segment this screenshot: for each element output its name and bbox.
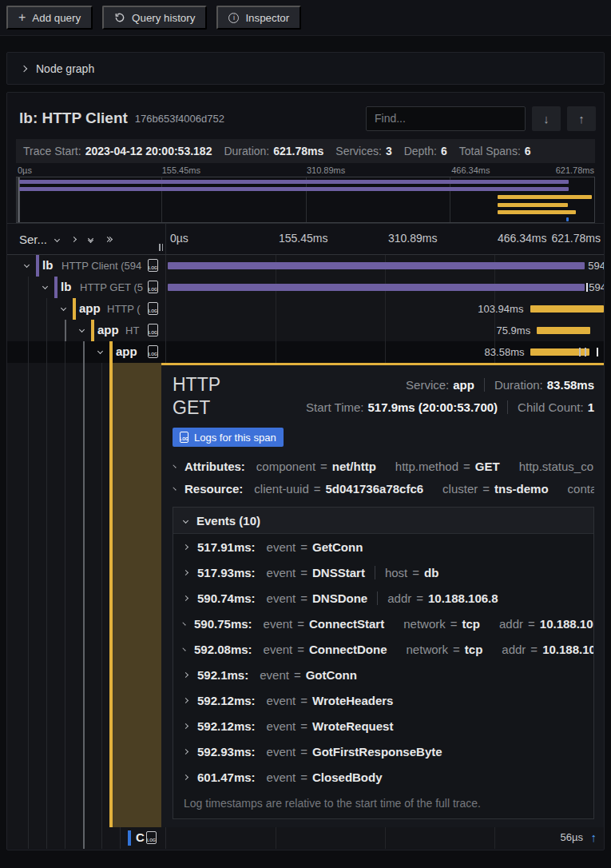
gridline	[161, 177, 162, 222]
log-icon[interactable]	[148, 281, 158, 293]
service-color-bar	[91, 320, 94, 341]
attribute-pair: componentnet/http	[256, 460, 376, 473]
event-row[interactable]: 592.12ms: eventWroteHeaders	[173, 687, 593, 713]
event-row[interactable]: 517.91ms: eventGetConn	[173, 534, 593, 559]
span-detail-panel: HTTP GET Service:app Duration:83.58ms St…	[161, 363, 604, 827]
find-input[interactable]	[366, 106, 526, 131]
chevron-right-icon	[173, 487, 176, 490]
trace-duration-value: 621.78ms	[273, 145, 323, 157]
chevron-down-icon	[183, 517, 188, 523]
resource-pair: client-uuid5d041736a78cfc6	[254, 482, 423, 496]
span-duration-bar[interactable]	[168, 262, 585, 269]
log-icon[interactable]	[148, 302, 158, 315]
service-color-bar	[109, 341, 113, 363]
event-row[interactable]: 592.93ms: eventGotFirstResponseByte	[173, 739, 593, 764]
event-row[interactable]: 590.75ms: eventConnectStart networktcp a…	[173, 611, 593, 636]
span-duration-bar[interactable]	[537, 327, 590, 334]
chevron-right-icon	[21, 65, 27, 71]
resource-row[interactable]: Resource: client-uuid5d041736a78cfc6 clu…	[173, 482, 594, 496]
trace-header: lb: HTTP Client 176b653f4006d752	[7, 93, 604, 133]
selected-span-tint-strip	[113, 363, 161, 827]
depth-value: 6	[441, 145, 447, 157]
offscreen-span-arrow-icon	[591, 830, 597, 844]
timeline-ticks: 0µs 155.45ms 310.89ms 466.34ms 621.78ms	[165, 224, 604, 254]
query-toolbar: Add query Query history i Inspector	[0, 0, 611, 36]
span-duration-bar[interactable]	[530, 305, 604, 313]
minimap-span-bar	[498, 195, 592, 199]
event-row[interactable]: 592.08ms: eventConnectDone networktcp ad…	[173, 636, 593, 662]
chevron-down-icon[interactable]	[54, 236, 60, 241]
attributes-row[interactable]: Attributes: componentnet/http http.metho…	[173, 460, 594, 473]
plus-icon	[18, 10, 26, 25]
query-history-button[interactable]: Query history	[102, 6, 207, 30]
span-row-app-http-get[interactable]: app HT 75.9ms	[7, 320, 604, 341]
chevron-down-icon[interactable]	[42, 284, 48, 289]
trace-id: 176b653f4006d752	[135, 113, 224, 125]
service-color-bar	[54, 277, 58, 298]
resource-pair: clustertns-demo	[442, 482, 548, 496]
log-icon[interactable]	[148, 324, 158, 336]
detail-duration-value: 83.58ms	[547, 378, 594, 392]
logs-for-span-button[interactable]: Logs for this span	[173, 428, 284, 447]
span-row-app-http-client[interactable]: app HTTP ( 103.94ms	[7, 298, 604, 320]
minimap-scrubber-handle[interactable]	[18, 177, 20, 222]
find-prev-button[interactable]	[567, 106, 596, 131]
add-query-button[interactable]: Add query	[6, 6, 93, 30]
service-color-bar	[36, 255, 39, 277]
event-row[interactable]: 592.12ms: eventWroteRequest	[173, 713, 593, 739]
event-row[interactable]: 517.93ms: eventDNSStart hostdb	[173, 559, 593, 585]
chevron-down-icon[interactable]	[97, 348, 103, 354]
collapse-all-icon[interactable]	[89, 237, 93, 242]
chevron-down-icon[interactable]	[79, 327, 85, 332]
service-operation-column-header[interactable]: Ser...	[7, 224, 165, 254]
log-icon	[180, 432, 188, 443]
log-icon[interactable]	[148, 259, 158, 272]
minimap-span-bar	[19, 180, 569, 184]
chevron-down-icon[interactable]	[24, 262, 30, 268]
log-icon[interactable]	[146, 831, 157, 844]
attribute-pair: http.status_co...	[519, 460, 594, 473]
span-row-lb-http-get[interactable]: lb HTTP GET (5 594	[7, 277, 604, 298]
services-count: 3	[386, 145, 392, 157]
span-row-app-http-get-selected[interactable]: app 83.58ms	[7, 341, 604, 363]
events-header[interactable]: Events (10)	[173, 508, 593, 534]
events-footer-note: Log timestamps are relative to the start…	[173, 790, 593, 818]
minimap-axis: 0µs 155.45ms 310.89ms 466.34ms 621.78ms	[16, 165, 595, 177]
chevron-down-icon[interactable]	[61, 305, 66, 311]
event-tick	[585, 348, 586, 356]
column-resize-handle[interactable]	[159, 244, 163, 251]
trace-start-value: 2023-04-12 20:00:53.182	[85, 145, 212, 157]
event-row[interactable]: 601.47ms: eventClosedBody	[173, 764, 593, 790]
resource-pair: contai...	[568, 482, 594, 496]
gridline	[306, 177, 307, 222]
span-row-lb-http-client[interactable]: lb HTTP Client (594 594	[7, 255, 604, 277]
trace-minimap[interactable]: 0µs 155.45ms 310.89ms 466.34ms 621.78ms	[16, 165, 595, 223]
minimap-span-bar	[498, 210, 576, 214]
event-tick	[579, 348, 581, 356]
service-color-bar	[73, 298, 76, 320]
event-row[interactable]: 590.74ms: eventDNSDone addr10.188.106.8	[173, 585, 593, 611]
detail-child-count-value: 1	[588, 400, 594, 414]
expand-one-icon[interactable]	[71, 236, 77, 241]
event-tick	[597, 348, 598, 356]
event-row[interactable]: 592.1ms: eventGotConn	[173, 662, 593, 687]
trace-panel: lb: HTTP Client 176b653f4006d752 Trace S…	[6, 92, 605, 850]
log-icon[interactable]	[148, 345, 158, 358]
span-row-db[interactable]: C 56µs	[7, 827, 604, 849]
info-icon: i	[228, 13, 239, 23]
minimap-span-bar	[566, 217, 569, 221]
node-graph-section[interactable]: Node graph	[6, 52, 605, 85]
minimap-span-bar	[19, 187, 569, 191]
span-duration-bar[interactable]	[168, 284, 585, 291]
detail-service-value: app	[453, 378, 474, 392]
detail-start-time-value: 517.9ms (20:00:53.700)	[367, 400, 498, 414]
node-graph-title: Node graph	[36, 62, 94, 75]
span-operation-title: HTTP GET	[173, 373, 252, 420]
find-next-button[interactable]	[532, 106, 561, 131]
history-icon	[114, 12, 125, 23]
minimap-canvas[interactable]	[16, 177, 595, 223]
expand-all-icon[interactable]	[105, 237, 112, 241]
service-color-bar	[128, 830, 131, 846]
attribute-pair: http.methodGET	[395, 460, 500, 473]
inspector-button[interactable]: i Inspector	[216, 6, 301, 30]
